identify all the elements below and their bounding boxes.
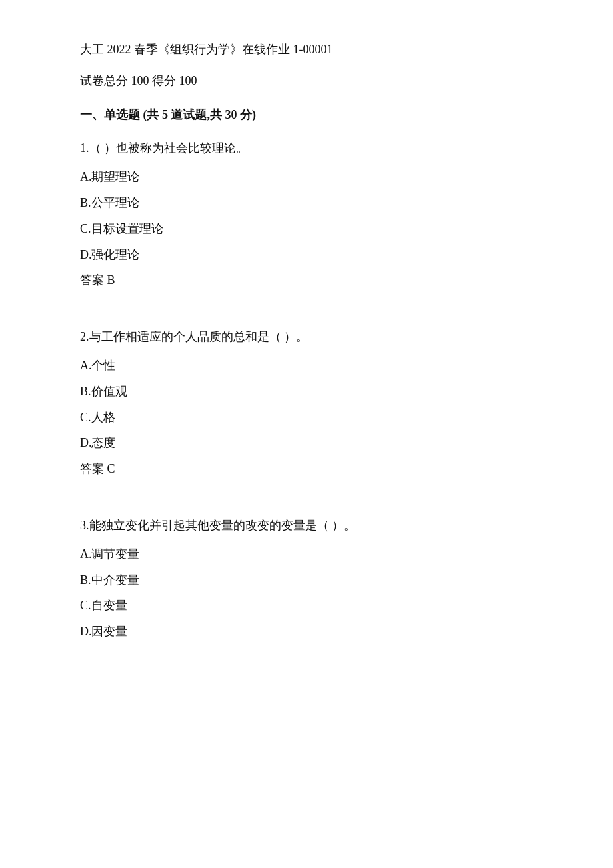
question-block-1: 1.（ ）也被称为社会比较理论。A.期望理论B.公平理论C.目标设置理论D.强化… [80,139,533,290]
header-title: 大工 2022 春季《组织行为学》在线作业 1-00001 [80,40,533,59]
question-block-3: 3.能独立变化并引起其他变量的改变的变量是（ ）。A.调节变量B.中介变量C.自… [80,516,533,641]
question-spacer-1 [80,314,533,327]
document-container: 大工 2022 春季《组织行为学》在线作业 1-00001 试卷总分 100 得… [80,40,533,641]
question-block-2: 2.与工作相适应的个人品质的总和是（ ）。A.个性B.价值观C.人格D.态度答案… [80,327,533,479]
option-3-d: D.因变量 [80,622,533,641]
option-3-b: B.中介变量 [80,571,533,590]
option-3-c: C.自变量 [80,596,533,615]
option-1-a: A.期望理论 [80,167,533,187]
option-2-c: C.人格 [80,408,533,427]
option-3-a: A.调节变量 [80,545,533,564]
question-text-2: 2.与工作相适应的个人品质的总和是（ ）。 [80,327,533,347]
option-2-a: A.个性 [80,356,533,375]
questions-container: 1.（ ）也被称为社会比较理论。A.期望理论B.公平理论C.目标设置理论D.强化… [80,139,533,641]
option-1-b: B.公平理论 [80,193,533,213]
option-2-d: D.态度 [80,433,533,453]
question-text-3: 3.能独立变化并引起其他变量的改变的变量是（ ）。 [80,516,533,535]
question-text-1: 1.（ ）也被称为社会比较理论。 [80,139,533,158]
score-line: 试卷总分 100 得分 100 [80,71,533,91]
answer-1: 答案 B [80,271,533,290]
question-spacer-2 [80,503,533,516]
option-1-d: D.强化理论 [80,245,533,265]
option-2-b: B.价值观 [80,382,533,401]
section-title: 一、单选题 (共 5 道试题,共 30 分) [80,105,533,125]
option-1-c: C.目标设置理论 [80,219,533,239]
answer-2: 答案 C [80,459,533,479]
